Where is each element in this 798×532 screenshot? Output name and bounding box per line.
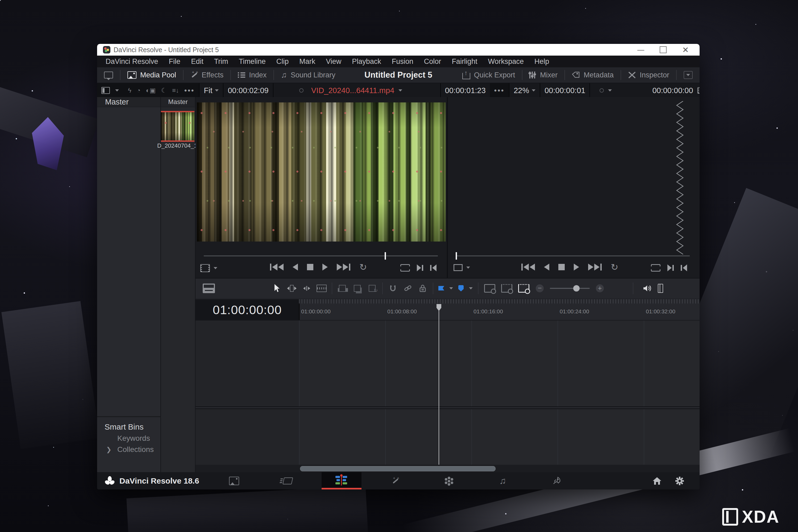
first-frame-button[interactable] <box>270 264 284 270</box>
scrollbar-thumb[interactable] <box>300 466 496 471</box>
usage-icon[interactable]: ϟ <box>128 87 131 94</box>
selection-mode-button[interactable] <box>269 281 284 295</box>
go-to-start-button[interactable] <box>430 264 437 271</box>
audio-monitor-button[interactable] <box>640 281 654 295</box>
step-back-button[interactable] <box>292 264 298 270</box>
close-button[interactable]: ✕ <box>682 46 689 54</box>
menu-help[interactable]: Help <box>530 56 554 67</box>
settings-gear-button[interactable] <box>675 476 684 486</box>
linked-selection-button[interactable] <box>400 281 415 295</box>
zoom-in-button[interactable]: + <box>592 281 607 295</box>
quick-export-button[interactable]: Quick Export <box>455 67 522 83</box>
timeline-scrub-bar[interactable] <box>456 255 690 256</box>
thumbnail-view-icon[interactable]: ◐▣ <box>146 87 156 94</box>
last-frame-button[interactable] <box>337 264 350 270</box>
effects-button[interactable]: Effects <box>184 67 230 83</box>
menu-clip[interactable]: Clip <box>272 56 293 67</box>
menu-fusion[interactable]: Fusion <box>387 56 418 67</box>
play-button[interactable] <box>322 264 328 270</box>
flag-button[interactable] <box>436 281 446 295</box>
menu-file[interactable]: File <box>165 56 185 67</box>
dynamic-trim-mode-button[interactable] <box>299 281 314 295</box>
menu-workspace[interactable]: Workspace <box>483 56 528 67</box>
zoom-slider[interactable] <box>547 281 592 295</box>
last-frame-button[interactable] <box>588 264 602 270</box>
slider-knob[interactable] <box>573 285 580 291</box>
timeline-display-mode[interactable] <box>454 264 470 271</box>
position-lock-button[interactable] <box>415 281 430 295</box>
chevron-down-icon[interactable] <box>115 89 119 92</box>
custom-zoom-button[interactable] <box>515 281 532 295</box>
loop-range-icon[interactable] <box>651 264 661 271</box>
stop-button[interactable] <box>307 264 314 270</box>
davinci-logo-icon[interactable] <box>104 476 115 486</box>
loop-icon[interactable]: ↻ <box>611 263 619 271</box>
proxy-indicator[interactable]: PXY <box>698 87 700 94</box>
loop-icon[interactable]: ↻ <box>359 263 367 271</box>
menu-timeline[interactable]: Timeline <box>234 56 270 67</box>
dual-screen-button[interactable] <box>97 67 120 83</box>
page-edit[interactable] <box>322 472 361 490</box>
source-scrub-bar[interactable] <box>204 255 438 256</box>
snapping-button[interactable] <box>385 281 400 295</box>
zoom-out-button[interactable]: − <box>532 281 547 295</box>
page-fairlight[interactable]: ♫ <box>483 472 523 490</box>
index-button[interactable]: Index <box>231 67 273 83</box>
sound-library-button[interactable]: ♫ Sound Library <box>274 67 342 83</box>
menu-playback[interactable]: Playback <box>348 56 385 67</box>
page-media[interactable] <box>214 472 254 490</box>
timeline-duration-field[interactable]: 00:00:00:01 <box>540 83 590 98</box>
page-fusion[interactable] <box>375 472 415 490</box>
timeline-view-options-button[interactable] <box>201 281 216 295</box>
timeline-playhead[interactable] <box>439 304 439 465</box>
menu-color[interactable]: Color <box>420 56 445 67</box>
menu-edit[interactable]: Edit <box>187 56 208 67</box>
full-extent-zoom-button[interactable] <box>481 281 498 295</box>
source-display-mode[interactable] <box>200 264 217 272</box>
menu-view[interactable]: View <box>322 56 345 67</box>
play-to-end-button[interactable] <box>667 264 674 271</box>
panel-options-dropdown[interactable] <box>684 71 693 79</box>
razor-edit-mode-button[interactable] <box>314 281 329 295</box>
clip-thumbnail[interactable] <box>161 111 194 142</box>
video-audio-divider[interactable] <box>195 406 700 409</box>
stop-button[interactable] <box>558 264 565 270</box>
menu-davinci-resolve[interactable]: DaVinci Resolve <box>101 56 163 67</box>
page-cut[interactable] <box>268 472 308 490</box>
overwrite-clip-button[interactable] <box>350 281 365 295</box>
page-color[interactable] <box>429 472 469 490</box>
page-deliver[interactable] <box>536 472 576 490</box>
first-frame-button[interactable] <box>521 264 535 270</box>
maximize-button[interactable] <box>660 46 667 53</box>
menu-trim[interactable]: Trim <box>210 56 232 67</box>
play-button[interactable] <box>574 264 579 270</box>
play-to-end-button[interactable] <box>417 264 423 271</box>
minimize-button[interactable]: — <box>637 46 645 54</box>
loop-range-icon[interactable] <box>400 264 410 271</box>
menu-mark[interactable]: Mark <box>295 56 320 67</box>
trim-edit-mode-button[interactable] <box>284 281 299 295</box>
sort-icon[interactable]: ≡↓ <box>172 87 179 94</box>
timeline-zoom-select[interactable]: 22% <box>509 83 540 98</box>
mixer-button[interactable]: Mixer <box>522 67 565 83</box>
list-view-icon[interactable]: ☾ <box>161 87 167 94</box>
source-timecode-field[interactable]: 00:00:01:23 <box>441 83 490 98</box>
more-options-icon[interactable]: ••• <box>184 87 195 95</box>
audio-meter-button[interactable] <box>654 281 666 295</box>
source-more-options[interactable]: ••• <box>490 83 509 98</box>
marker-button[interactable] <box>456 281 466 295</box>
step-back-button[interactable] <box>544 264 549 270</box>
smart-bin-collections[interactable]: ❯ Collections <box>97 443 160 454</box>
source-zoom-select[interactable]: Fit <box>200 83 224 98</box>
inspector-button[interactable]: Inspector <box>621 67 676 83</box>
clock-icon[interactable]: ◔ <box>137 87 141 94</box>
smart-bin-keywords[interactable]: Keywords <box>97 432 160 443</box>
home-button[interactable] <box>652 477 662 485</box>
timeline-current-timecode[interactable]: 01:00:00:00 <box>195 299 300 320</box>
source-duration-field[interactable]: 00:00:02:09 <box>224 83 273 98</box>
source-playhead-marker[interactable] <box>385 252 386 260</box>
timeline-ruler[interactable]: 01:00:00:00 01:00:08:00 01:00:16:00 01:0… <box>299 299 700 320</box>
menu-fairlight[interactable]: Fairlight <box>448 56 481 67</box>
panel-toggle-icon[interactable] <box>101 87 110 94</box>
timeline-selector[interactable]: 00:00:00:00 PXY <box>590 83 700 98</box>
